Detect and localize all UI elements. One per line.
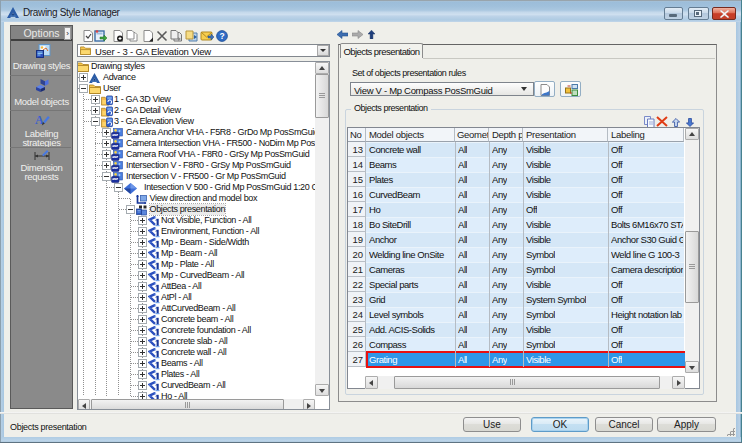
svg-text:?: ? <box>219 31 224 41</box>
